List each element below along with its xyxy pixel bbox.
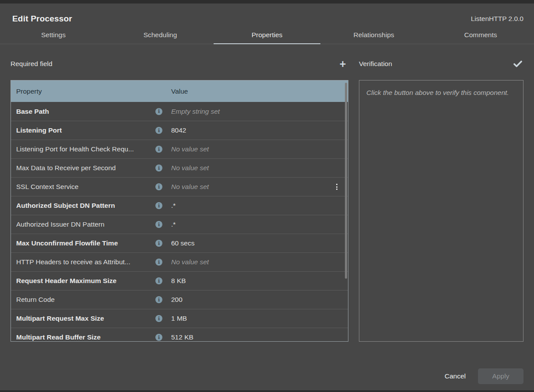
property-value[interactable]: 512 KB <box>171 333 348 341</box>
property-value[interactable]: .* <box>171 220 348 228</box>
property-table-header: Property Value <box>11 80 348 102</box>
table-row[interactable]: Authorized Issuer DN Pattern i .* <box>11 215 348 234</box>
tab-scheduling[interactable]: Scheduling <box>107 26 214 44</box>
property-name: Max Unconfirmed Flowfile Time <box>16 239 155 247</box>
info-icon[interactable]: i <box>155 334 171 341</box>
table-row[interactable]: Return Code i 200 <box>11 290 348 309</box>
property-name: Multipart Read Buffer Size <box>16 333 155 341</box>
tab-comments[interactable]: Comments <box>427 26 534 44</box>
property-value[interactable]: 1 MB <box>171 315 348 322</box>
info-icon[interactable]: i <box>155 183 171 190</box>
info-icon[interactable]: i <box>155 146 171 153</box>
property-table-body: Base Path i Empty string set Listening P… <box>11 102 348 342</box>
required-field-label: Required field <box>11 60 53 68</box>
property-table: Property Value Base Path i Empty string … <box>11 80 348 342</box>
table-row[interactable]: HTTP Headers to receive as Attribut... i… <box>11 252 348 271</box>
info-icon[interactable]: i <box>155 315 171 322</box>
info-icon[interactable]: i <box>155 164 171 172</box>
property-name: HTTP Headers to receive as Attribut... <box>16 258 155 266</box>
property-name: Base Path <box>16 108 155 116</box>
property-name: Authorized Subject DN Pattern <box>16 202 155 210</box>
property-value[interactable]: Empty string set <box>171 108 348 116</box>
dialog-header: Edit Processor ListenHTTP 2.0.0 <box>0 4 534 23</box>
verification-results-box: Click the button above to verify this co… <box>359 80 523 342</box>
dialog-title: Edit Processor <box>12 14 72 24</box>
info-icon[interactable]: i <box>155 259 171 266</box>
verification-panel: Verification Click the button above to v… <box>359 44 523 342</box>
property-value[interactable]: 8 KB <box>171 277 348 285</box>
property-value[interactable]: 200 <box>171 296 348 304</box>
property-name: Listening Port for Health Check Requ... <box>16 145 155 153</box>
cancel-button[interactable]: Cancel <box>443 370 467 383</box>
dialog-content: Required field + Property Value Base Pat… <box>0 44 534 342</box>
property-value[interactable]: 8042 <box>171 126 348 134</box>
property-value[interactable]: No value set <box>171 258 348 266</box>
tab-settings[interactable]: Settings <box>0 26 107 44</box>
property-name: Max Data to Receive per Second <box>16 164 155 172</box>
verify-button[interactable] <box>512 58 523 70</box>
property-value[interactable]: 60 secs <box>171 239 348 247</box>
dialog-tabbar: Settings Scheduling Properties Relations… <box>0 26 534 44</box>
table-row[interactable]: SSL Context Service i No value set <box>11 177 348 196</box>
info-icon[interactable]: i <box>155 296 171 303</box>
table-row[interactable]: Max Data to Receive per Second i No valu… <box>11 158 348 177</box>
property-value[interactable]: No value set <box>171 164 348 172</box>
info-icon[interactable]: i <box>155 108 171 115</box>
properties-panel: Required field + Property Value Base Pat… <box>11 44 348 342</box>
property-name: Return Code <box>16 296 155 304</box>
info-icon[interactable]: i <box>155 277 171 284</box>
info-icon[interactable]: i <box>155 240 171 247</box>
table-scrollbar-thumb[interactable] <box>345 83 347 279</box>
table-row[interactable]: Authorized Subject DN Pattern i .* <box>11 196 348 215</box>
plus-icon: + <box>340 59 346 70</box>
info-icon[interactable]: i <box>155 221 171 228</box>
edit-processor-dialog: Edit Processor ListenHTTP 2.0.0 Settings… <box>0 4 534 390</box>
table-row[interactable]: Multipart Request Max Size i 1 MB <box>11 309 348 328</box>
table-row[interactable]: Listening Port i 8042 <box>11 121 348 140</box>
verification-label: Verification <box>359 60 392 68</box>
active-tab-underline <box>214 43 320 44</box>
table-row[interactable]: Request Header Maximum Size i 8 KB <box>11 271 348 290</box>
apply-button[interactable]: Apply <box>478 368 523 384</box>
add-property-button[interactable]: + <box>337 58 348 70</box>
tab-relationships[interactable]: Relationships <box>320 26 427 44</box>
property-name: Listening Port <box>16 126 155 134</box>
property-value[interactable]: .* <box>171 202 348 210</box>
info-icon[interactable]: i <box>155 202 171 209</box>
property-name: Authorized Issuer DN Pattern <box>16 220 155 228</box>
checkmark-icon <box>513 60 522 67</box>
property-value[interactable]: No value set <box>171 145 348 153</box>
property-name: SSL Context Service <box>16 183 155 191</box>
info-icon[interactable]: i <box>155 127 171 134</box>
property-name: Multipart Request Max Size <box>16 315 155 322</box>
table-row[interactable]: Multipart Read Buffer Size i 512 KB <box>11 328 348 342</box>
tab-properties[interactable]: Properties <box>214 26 320 44</box>
dialog-footer: Cancel Apply <box>443 368 523 384</box>
table-row[interactable]: Listening Port for Health Check Requ... … <box>11 140 348 158</box>
more-menu-icon[interactable] <box>328 184 345 190</box>
column-header-property: Property <box>16 88 171 95</box>
table-row[interactable]: Max Unconfirmed Flowfile Time i 60 secs <box>11 234 348 252</box>
column-header-value: Value <box>171 88 348 95</box>
property-name: Request Header Maximum Size <box>16 277 155 285</box>
processor-type-version: ListenHTTP 2.0.0 <box>471 15 523 23</box>
verification-message: Click the button above to verify this co… <box>366 88 516 98</box>
property-value[interactable]: No value set <box>171 183 328 191</box>
table-row[interactable]: Base Path i Empty string set <box>11 102 348 121</box>
